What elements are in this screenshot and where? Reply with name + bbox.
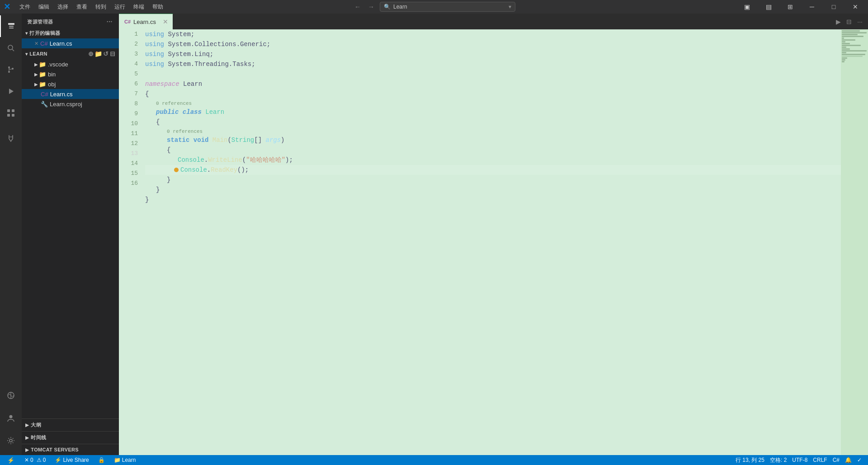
code-content[interactable]: using System; using System.Collections.G… [142, 29, 841, 455]
line-num-13: 13 [119, 149, 138, 159]
search-bar[interactable]: 🔍 Learn ▾ [380, 2, 515, 12]
timeline-header[interactable]: ▶ 时间线 [22, 432, 119, 443]
refresh-icon[interactable]: ↺ [103, 50, 108, 57]
status-language[interactable]: C# [830, 455, 842, 465]
status-remote-button[interactable]: ⚡ [4, 455, 18, 465]
keyword-using-1: using [145, 29, 164, 39]
search-icon: 🔍 [384, 4, 391, 10]
nav-forward-button[interactable]: → [366, 2, 376, 11]
paren-12a: ( [242, 155, 246, 165]
activity-settings-button[interactable] [0, 430, 22, 451]
bracket-10: [] [254, 135, 265, 145]
run-action-button[interactable]: ▶ [834, 17, 843, 26]
line-num-1: 1 [119, 29, 138, 39]
activity-run-button[interactable] [0, 80, 22, 102]
activity-test-button[interactable] [0, 127, 22, 149]
window-layout-3-button[interactable]: ⊞ [781, 0, 799, 14]
svg-rect-1 [9, 26, 14, 27]
minimap-line-8-ref [842, 43, 850, 44]
new-file-icon[interactable]: ⊕ [88, 50, 94, 57]
svg-point-5 [8, 66, 10, 68]
menu-select[interactable]: 选择 [54, 2, 72, 12]
status-encoding[interactable]: UTF-8 [789, 455, 810, 465]
tab-bar-actions: ▶ ⊟ ··· [830, 14, 868, 29]
bin-folder[interactable]: ▶ 📁 bin [22, 69, 119, 79]
close-file-icon[interactable]: ✕ [34, 41, 38, 47]
svg-point-3 [8, 45, 13, 50]
code-text-3: System.Linq; [164, 49, 213, 59]
outline-header[interactable]: ▶ 大纲 [22, 420, 119, 430]
split-editor-button[interactable]: ⊟ [844, 17, 854, 26]
lock-icon: 🔒 [98, 457, 105, 463]
window-layout-1-button[interactable]: ▣ [738, 0, 756, 14]
tomcat-header[interactable]: ▶ TOMCAT SERVERS [22, 445, 119, 454]
activity-explorer-button[interactable] [0, 15, 22, 37]
maximize-button[interactable]: □ [825, 0, 843, 14]
method-readkey: ReadKey [211, 165, 237, 175]
activity-remote-button[interactable] [0, 385, 22, 406]
new-folder-icon[interactable]: 📁 [94, 50, 102, 57]
close-button[interactable]: ✕ [846, 0, 864, 14]
svg-rect-2 [9, 28, 14, 28]
code-editor[interactable]: 1 2 3 4 5 6 7 8 9 10 11 12 13 14 15 16 [119, 29, 868, 455]
activity-accounts-button[interactable] [0, 407, 22, 429]
menu-view[interactable]: 查看 [73, 2, 91, 12]
status-sync[interactable]: ✓ [854, 455, 864, 465]
vscode-folder[interactable]: ▶ 📁 .vscode [22, 59, 119, 69]
obj-folder-chevron: ▶ [34, 82, 38, 87]
open-file-learn-cs[interactable]: ✕ C# Learn.cs [22, 38, 119, 48]
learn-folder-header[interactable]: ▾ LEARN ⊕ 📁 ↺ ⊟ [22, 48, 119, 59]
code-text-2: System.Collections.Generic; [164, 39, 270, 49]
console-12: Console [178, 155, 204, 165]
status-lock-button[interactable]: 🔒 [95, 455, 108, 465]
obj-folder[interactable]: ▶ 📁 obj [22, 79, 119, 89]
bracket-16: } [145, 195, 149, 205]
menu-help[interactable]: 帮助 [149, 2, 167, 12]
nav-back-button[interactable]: ← [353, 2, 363, 11]
menu-goto[interactable]: 转到 [92, 2, 110, 12]
code-text-4: System.Threading.Tasks; [164, 59, 255, 69]
collapse-icon[interactable]: ⊟ [110, 50, 115, 57]
status-line-col[interactable]: 行 13, 列 25 [733, 455, 767, 465]
minimap-line-5 [842, 38, 844, 39]
menu-file[interactable]: 文件 [16, 2, 34, 12]
code-line-2: using System.Collections.Generic; [145, 39, 841, 49]
menu-run[interactable]: 运行 [111, 2, 129, 12]
dot-13: . [207, 165, 211, 175]
learn-cs-icon: C# [41, 91, 48, 98]
tab-close-button[interactable]: ✕ [162, 17, 169, 26]
status-project-button[interactable]: 📁 Learn [111, 455, 139, 465]
menu-terminal[interactable]: 终端 [130, 2, 148, 12]
tab-learn-cs[interactable]: C# Learn.cs ✕ [119, 14, 173, 29]
status-errors-button[interactable]: ✕ 0 ⚠ 0 [22, 455, 48, 465]
learn-csproj-file[interactable]: 🔧 Learn.csproj [22, 99, 119, 109]
status-liveshare-button[interactable]: ⚡ Live Share [52, 455, 91, 465]
activity-source-control-button[interactable] [0, 59, 22, 80]
minimap-line-14 [842, 57, 847, 59]
minimap-line-16 [842, 61, 844, 62]
ref-text-10: 0 references [167, 129, 203, 134]
open-editors-header[interactable]: ▾ 打开的编辑器 [22, 28, 119, 38]
activity-search-button[interactable] [0, 37, 22, 59]
vscode-folder-icon: 📁 [39, 61, 46, 68]
sidebar-more-button[interactable]: ··· [106, 17, 113, 26]
paren-10a: ( [227, 135, 231, 145]
sidebar: 资源管理器 ··· ▾ 打开的编辑器 ✕ C# Learn.cs ▾ LEARN… [22, 14, 119, 455]
code-line-14: } [145, 175, 841, 185]
window-layout-2-button[interactable]: ▤ [760, 0, 778, 14]
menu-edit[interactable]: 编辑 [35, 2, 53, 12]
status-eol[interactable]: CRLF [810, 455, 830, 465]
learn-cs-file[interactable]: C# Learn.cs [22, 89, 119, 99]
status-notifications[interactable]: 🔔 [842, 455, 854, 465]
warning-count: 0 [43, 457, 46, 463]
code-line-9: { [145, 117, 841, 127]
bin-folder-chevron: ▶ [34, 72, 38, 77]
more-actions-button[interactable]: ··· [855, 17, 864, 26]
status-spaces[interactable]: 空格: 2 [767, 455, 789, 465]
keyword-using-4: using [145, 59, 164, 69]
activity-extensions-button[interactable] [0, 102, 22, 124]
keyword-public: public [156, 107, 179, 117]
code-line-13: Console . ReadKey (); [145, 165, 841, 175]
minimize-button[interactable]: ─ [803, 0, 821, 14]
minimap-line-9 [842, 47, 846, 48]
